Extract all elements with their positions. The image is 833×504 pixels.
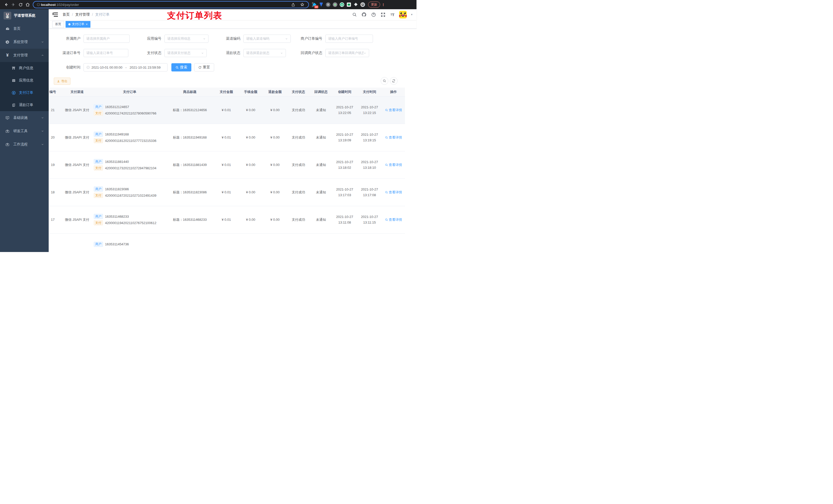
sidebar-item-app[interactable]: 应用信息 <box>0 74 49 87</box>
search-icon[interactable] <box>352 12 357 18</box>
back-icon[interactable] <box>3 1 10 8</box>
refresh-button[interactable] <box>390 77 398 85</box>
pay-tag: 支付 <box>94 111 103 116</box>
chevron-down-icon <box>41 129 44 133</box>
grid-icon <box>11 78 16 83</box>
sidebar-item-label: 研发工具 <box>13 129 28 134</box>
merchant-tag: 商户 <box>94 242 103 247</box>
font-size-icon[interactable]: TT <box>389 12 395 18</box>
bookmark-star-icon[interactable] <box>299 1 306 8</box>
filter-notify-status: 回调商户状态 请选择订单回调商户状态 <box>291 49 369 57</box>
sidebar-item-devtool[interactable]: 研发工具 <box>0 124 49 138</box>
github-icon[interactable] <box>361 12 367 18</box>
merchant-order-no-input[interactable]: 请输入商户订单编号 <box>325 34 373 43</box>
help-icon[interactable] <box>371 12 376 18</box>
chevron-down-icon <box>363 52 366 54</box>
pay-tag: 支付 <box>94 220 103 225</box>
view-detail-link[interactable]: 查看详情 <box>385 135 402 140</box>
table-row: 17 微信 JSAPI 支付 商户1635311468233 支付4200001… <box>49 206 405 233</box>
caret-down-icon[interactable]: ▼ <box>411 13 413 16</box>
reset-button[interactable]: 重置 <box>194 63 214 71</box>
main-area: 首页 / 支付管理 / 支付订单 支付订单列表 TT <box>49 9 416 252</box>
app-title: 芋道管理系统 <box>14 13 35 18</box>
col-title: 商品标题 <box>165 88 214 96</box>
col-fee: 手续金额 <box>238 88 263 96</box>
sidebar-item-label: 支付订单 <box>19 90 33 95</box>
search-button[interactable]: 搜索 <box>171 63 191 71</box>
sidebar-item-infra[interactable]: 基础设施 <box>0 111 49 124</box>
url-bar[interactable]: localhost:1024/pay/order <box>33 1 309 8</box>
sidebar-item-label: 系统管理 <box>13 40 28 44</box>
chevron-down-icon <box>41 143 44 146</box>
sidebar-item-workflow[interactable]: 工作流程 <box>0 138 49 151</box>
ext-record-icon[interactable] <box>333 2 337 7</box>
toggle-search-button[interactable] <box>381 77 388 85</box>
ext-kite-icon[interactable] <box>319 2 324 7</box>
monitor-chart-icon <box>5 116 10 120</box>
merchant-tag: 商户 <box>94 214 103 219</box>
channel-order-no-input[interactable]: 请输入渠道订单号 <box>84 49 128 57</box>
browser-toolbar: localhost:1024/pay/order 10 ⌘ y 😃 更新 ⋮ <box>0 0 416 9</box>
sidebar-item-label: 商户信息 <box>19 66 33 70</box>
tag-home[interactable]: 首页 <box>52 21 64 28</box>
sidebar-item-label: 支付管理 <box>13 53 28 57</box>
app-select[interactable]: 请选择应用信息 <box>164 34 209 43</box>
browser-profile-avatar[interactable]: 😃 <box>360 2 365 7</box>
merchant-select[interactable]: 请选择所属商户 <box>84 34 129 43</box>
dashboard-icon <box>5 26 10 31</box>
export-button[interactable]: 导出 <box>54 78 70 85</box>
ext-command-icon[interactable]: ⌘ <box>326 2 330 7</box>
filter-channel-order-no: 渠道订单号 请输入渠道订单号 <box>55 49 128 57</box>
ext-chat-icon[interactable] <box>347 2 351 7</box>
close-icon[interactable]: × <box>86 23 88 26</box>
view-detail-link[interactable]: 查看详情 <box>385 190 402 195</box>
col-notify-status: 回调状态 <box>310 88 332 96</box>
toolbox-icon <box>5 129 10 134</box>
sidebar-item-home[interactable]: 首页 <box>0 22 49 35</box>
reload-icon[interactable] <box>17 1 24 8</box>
sidebar-collapse-icon[interactable] <box>52 12 58 17</box>
table-row: 18 微信 JSAPI 支付 商户1635311823086 支付4200001… <box>49 178 405 206</box>
pay-status-select[interactable]: 请选择支付状态 <box>164 49 207 57</box>
browser-menu-icon[interactable]: ⋮ <box>382 3 385 7</box>
fullscreen-icon[interactable] <box>380 12 386 18</box>
breadcrumb-pay: 支付管理 <box>75 12 90 17</box>
channel-code-select[interactable]: 请输入渠道编码 <box>243 34 291 43</box>
table-header-row: 编号 支付渠道 支付订单 商品标题 支付金额 手续金额 退款金额 支付状态 回调… <box>49 88 405 96</box>
sidebar-item-system[interactable]: 系统管理 <box>0 35 49 49</box>
view-detail-link[interactable]: 查看详情 <box>385 108 402 113</box>
yen-circle-icon <box>11 90 16 95</box>
col-order: 支付订单 <box>94 88 165 96</box>
create-time-range-input[interactable]: 2021-10-01 00:00:00 - 2021-10-31 23:59:5… <box>84 63 168 71</box>
site-info-icon[interactable] <box>36 1 41 8</box>
sidebar-item-refund-order[interactable]: 退款订单 <box>0 99 49 111</box>
sidebar: 🐰 芋道管理系统 首页 系统管理 ¥ 支付管理 商户信息 应用信息 <box>0 9 49 252</box>
tag-pay-order[interactable]: 支付订单 × <box>66 21 90 28</box>
forward-icon[interactable] <box>10 1 17 8</box>
browser-update-button[interactable]: 更新 <box>368 2 380 8</box>
breadcrumb-home[interactable]: 首页 <box>63 12 70 17</box>
ext-y-icon[interactable]: y <box>340 2 344 7</box>
ext-puzzle-icon[interactable] <box>354 2 358 7</box>
page-content: 所属商户 请选择所属商户 应用编号 请选择应用信息 渠道编码 请输入渠道编码 <box>49 29 416 252</box>
chevron-down-icon <box>41 41 44 44</box>
user-avatar[interactable] <box>399 11 407 19</box>
ext-diamond-icon[interactable]: 10 <box>312 2 317 7</box>
share-icon[interactable] <box>289 1 296 8</box>
tags-view-bar: 首页 支付订单 × <box>49 20 416 29</box>
filter-refund-status: 退款状态 请选择退款状态 <box>215 49 286 57</box>
sidebar-item-pay[interactable]: ¥ 支付管理 <box>0 49 49 62</box>
sidebar-item-pay-order[interactable]: 支付订单 <box>0 87 49 99</box>
gear-icon <box>5 40 10 44</box>
filter-channel-code: 渠道编码 请输入渠道编码 <box>215 34 291 43</box>
filter-row-2: 渠道订单号 请输入渠道订单号 支付状态 请选择支付状态 退款状态 请选择退款状态 <box>49 49 416 57</box>
view-detail-link[interactable]: 查看详情 <box>385 217 402 222</box>
app-logo-row[interactable]: 🐰 芋道管理系统 <box>0 9 49 22</box>
view-detail-link[interactable]: 查看详情 <box>385 163 402 167</box>
home-icon[interactable] <box>24 1 31 8</box>
sidebar-item-merchant[interactable]: 商户信息 <box>0 62 49 74</box>
table-toolbar: 导出 <box>49 78 416 85</box>
pay-tag: 支付 <box>94 138 103 143</box>
notify-status-select[interactable]: 请选择订单回调商户状态 <box>325 49 369 57</box>
refund-status-select[interactable]: 请选择退款状态 <box>243 49 286 57</box>
